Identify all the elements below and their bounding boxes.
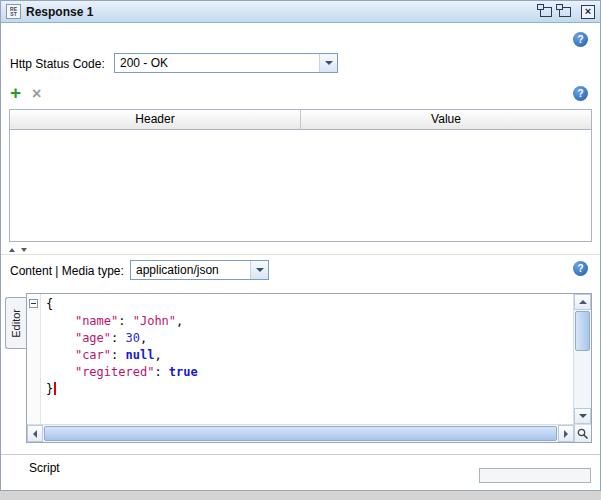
response-panel: REST Response 1 × ? ? ? Http Status Code… — [0, 0, 601, 491]
column-header-header[interactable]: Header — [10, 110, 300, 129]
status-code-value: 200 - OK — [115, 54, 319, 72]
vertical-scroll-thumb[interactable] — [575, 311, 590, 351]
script-label: Script — [29, 461, 60, 475]
collapse-down-icon[interactable] — [19, 246, 28, 254]
tab-editor[interactable]: Editor — [5, 297, 26, 349]
scroll-right-icon[interactable] — [558, 425, 574, 442]
scroll-left-icon[interactable] — [27, 425, 43, 442]
titlebar[interactable]: REST Response 1 × — [1, 1, 600, 23]
headers-table-head: Header Value — [10, 110, 591, 130]
delete-header-button[interactable]: × — [32, 87, 41, 101]
media-type-select[interactable]: application/json — [130, 260, 269, 280]
magnifier-icon[interactable] — [574, 425, 591, 442]
headers-table: Header Value — [9, 109, 592, 242]
media-type-label: Content | Media type: — [10, 264, 124, 278]
scroll-down-icon[interactable] — [574, 408, 591, 424]
collapse-icon[interactable] — [29, 299, 38, 308]
add-header-button[interactable]: + — [10, 85, 21, 101]
column-header-value[interactable]: Value — [300, 110, 591, 129]
maximize-window-icon[interactable] — [559, 7, 571, 17]
editor-frame: { "name": "John", "age": 30, "car": null… — [26, 293, 592, 443]
headers-table-body — [10, 130, 591, 241]
window-controls: × — [540, 5, 595, 19]
status-code-select[interactable]: 200 - OK — [114, 53, 338, 73]
vertical-scrollbar[interactable] — [573, 294, 591, 424]
json-editor[interactable]: { "name": "John", "age": 30, "car": null… — [41, 294, 573, 424]
help-icon[interactable]: ? — [573, 32, 588, 47]
script-scrollbar[interactable] — [479, 468, 591, 483]
float-window-icon[interactable] — [540, 7, 552, 17]
splitter-controls — [7, 246, 28, 254]
close-button[interactable]: × — [581, 5, 595, 19]
splitter-divider — [1, 254, 600, 255]
tab-editor-label: Editor — [10, 309, 22, 338]
fold-gutter — [27, 294, 41, 424]
scroll-up-icon[interactable] — [574, 294, 591, 310]
http-status-label: Http Status Code: — [10, 57, 105, 71]
media-type-value: application/json — [131, 261, 250, 279]
window-title: Response 1 — [26, 5, 93, 19]
collapse-up-icon[interactable] — [7, 246, 16, 254]
help-icon[interactable]: ? — [573, 261, 588, 276]
chevron-down-icon — [250, 261, 268, 279]
help-icon[interactable]: ? — [573, 86, 588, 101]
chevron-down-icon — [319, 54, 337, 72]
horizontal-scroll-thumb[interactable] — [44, 426, 557, 441]
rest-icon: REST — [6, 4, 21, 19]
horizontal-scrollbar[interactable] — [27, 425, 574, 442]
section-divider — [1, 454, 600, 455]
